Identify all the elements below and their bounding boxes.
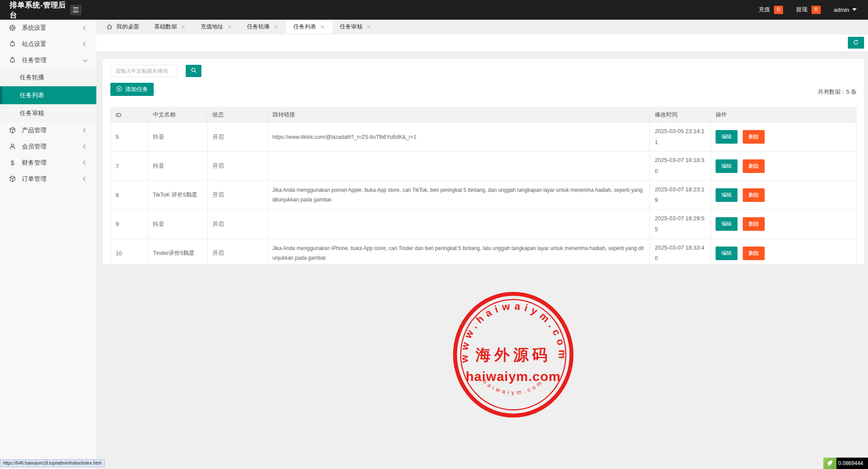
status-link-preview: https://646.haiwaiym18.top/admin/Index/i… bbox=[0, 459, 105, 467]
tab-task-review[interactable]: 任务审核 ✕ bbox=[332, 20, 379, 34]
search-icon bbox=[191, 67, 197, 75]
task-list-panel: 添加任务 共有数据：5 条 ID 中文名称 状态 跳转链接 修改时间 操作 5 … bbox=[103, 59, 864, 264]
close-icon[interactable]: ✕ bbox=[274, 24, 279, 30]
close-icon[interactable]: ✕ bbox=[227, 24, 232, 30]
cell-status: 开启 bbox=[208, 239, 268, 268]
close-icon[interactable]: ✕ bbox=[181, 24, 186, 30]
sidebar-item-label: 会员管理 bbox=[22, 143, 84, 151]
sidebar-item-system-settings[interactable]: 系统设置 bbox=[0, 20, 96, 36]
search-input[interactable] bbox=[110, 65, 178, 77]
sidebar-item-label: 站点设置 bbox=[22, 40, 84, 48]
sidebar-item-order-management[interactable]: 订单管理 bbox=[0, 171, 96, 187]
leaf-icon[interactable] bbox=[823, 458, 836, 469]
recharge-shortcut[interactable]: 充值 0 bbox=[759, 6, 783, 14]
page-toolstrip bbox=[96, 34, 868, 51]
refresh-button[interactable] bbox=[848, 37, 864, 49]
task-table: ID 中文名称 状态 跳转链接 修改时间 操作 5 抖音 开启 https://… bbox=[110, 107, 857, 268]
refresh-icon bbox=[853, 39, 859, 47]
top-header: 排单系统-管理后台 充值 0 提现 0 admin bbox=[0, 0, 868, 20]
cell-time: 2025-03-07 18:23:19 bbox=[650, 180, 711, 209]
sidebar-item-task-management[interactable]: 任务管理 bbox=[0, 52, 96, 68]
delete-button[interactable]: 删除 bbox=[743, 130, 765, 144]
add-task-button[interactable]: 添加任务 bbox=[110, 83, 154, 96]
chevron-left-icon bbox=[83, 145, 88, 149]
home-icon bbox=[106, 24, 113, 30]
cell-name: Tinder评价5颗星 bbox=[148, 239, 208, 268]
chevron-down-icon bbox=[83, 57, 88, 62]
sidebar-item-task-carousel[interactable]: 任务轮播 bbox=[0, 68, 96, 86]
sidebar-item-member-management[interactable]: 会员管理 bbox=[0, 138, 96, 155]
svg-text:www.haiwaiym.com: www.haiwaiym.com bbox=[459, 300, 568, 363]
tab-label: 充值地址 bbox=[201, 23, 223, 31]
search-button[interactable] bbox=[186, 65, 201, 77]
cell-link bbox=[268, 210, 650, 239]
watermark-arc-top: www.haiwaiym.com bbox=[459, 300, 568, 363]
delete-button[interactable]: 删除 bbox=[743, 247, 765, 260]
watermark-arc-bottom: haiwaiym.com bbox=[482, 378, 545, 396]
tab-label: 任务列表 bbox=[293, 23, 316, 31]
add-task-label: 添加任务 bbox=[125, 85, 148, 93]
bell-icon bbox=[9, 56, 16, 64]
close-icon[interactable]: ✕ bbox=[320, 24, 325, 30]
plus-circle-icon bbox=[116, 86, 122, 93]
sidebar-item-label: 订单管理 bbox=[22, 175, 84, 183]
tab-basic-data[interactable]: 基础数据 ✕ bbox=[147, 20, 193, 34]
watermark-center-en: haiwaiym.com bbox=[466, 369, 561, 384]
user-icon bbox=[9, 143, 16, 150]
cell-link: Jika Anda menggunakan ponsel Apple, buka… bbox=[268, 180, 650, 209]
table-row: 9 抖音 开启 2025-03-07 18:29:55 编辑 删除 bbox=[111, 210, 857, 239]
svg-text:haiwaiym.com: haiwaiym.com bbox=[482, 378, 545, 396]
cell-time: 2025-03-07 18:33:40 bbox=[650, 239, 711, 268]
close-icon[interactable]: ✕ bbox=[367, 24, 371, 30]
user-menu[interactable]: admin bbox=[834, 7, 857, 13]
table-row: 10 Tinder评价5颗星 开启 Jika Anda menggunakan … bbox=[111, 239, 857, 268]
cell-name: TikToK 评价5颗星 bbox=[148, 180, 208, 209]
tab-task-carousel[interactable]: 任务轮播 ✕ bbox=[240, 20, 286, 34]
status-metric: 0.0869444 bbox=[823, 458, 868, 469]
cell-id: 9 bbox=[111, 210, 148, 239]
cell-time: 2025-03-07 18:29:55 bbox=[650, 210, 711, 239]
sidebar-item-site-settings[interactable]: 站点设置 bbox=[0, 36, 96, 52]
hamburger-menu-icon[interactable] bbox=[70, 5, 81, 15]
cell-status: 开启 bbox=[208, 152, 268, 180]
app-title: 排单系统-管理后台 bbox=[0, 0, 70, 20]
tab-label: 基础数据 bbox=[154, 23, 177, 31]
chevron-left-icon bbox=[83, 128, 88, 133]
chevron-left-icon bbox=[83, 177, 88, 181]
delete-button[interactable]: 删除 bbox=[743, 188, 765, 202]
recharge-label: 充值 bbox=[759, 6, 770, 14]
sidebar-item-task-review[interactable]: 任务审核 bbox=[0, 104, 96, 122]
delete-button[interactable]: 删除 bbox=[743, 217, 765, 231]
delete-button[interactable]: 删除 bbox=[743, 159, 765, 173]
tab-recharge-address[interactable]: 充值地址 ✕ bbox=[193, 20, 240, 34]
tab-my-desktop[interactable]: 我的桌面 bbox=[99, 20, 147, 34]
watermark-center-cn: 海外源码 bbox=[475, 346, 551, 363]
cell-time: 2025-03-07 18:18:30 bbox=[650, 152, 711, 180]
edit-button[interactable]: 编辑 bbox=[716, 130, 737, 144]
cell-id: 10 bbox=[111, 239, 148, 268]
col-link: 跳转链接 bbox=[268, 107, 650, 123]
col-actions: 操作 bbox=[711, 107, 857, 123]
sidebar-item-finance-management[interactable]: $ 财务管理 bbox=[0, 155, 96, 171]
edit-button[interactable]: 编辑 bbox=[716, 188, 737, 202]
chevron-left-icon bbox=[83, 26, 88, 30]
col-time: 修改时间 bbox=[650, 107, 711, 123]
table-row: 5 抖音 开启 https://www.tiktok.com/@lazadath… bbox=[111, 123, 857, 152]
tab-task-list[interactable]: 任务列表 ✕ bbox=[286, 20, 332, 34]
withdraw-shortcut[interactable]: 提现 0 bbox=[796, 6, 821, 14]
sidebar-item-label: 财务管理 bbox=[22, 159, 84, 167]
sidebar-item-label: 产品管理 bbox=[22, 127, 84, 134]
sidebar-item-label: 系统设置 bbox=[22, 24, 84, 32]
sidebar-item-label: 任务管理 bbox=[22, 56, 84, 64]
chevron-down-icon bbox=[852, 8, 857, 11]
edit-button[interactable]: 编辑 bbox=[716, 159, 737, 173]
edit-button[interactable]: 编辑 bbox=[716, 217, 737, 231]
metric-value: 0.0869444 bbox=[836, 458, 868, 469]
dollar-icon: $ bbox=[9, 159, 16, 166]
edit-button[interactable]: 编辑 bbox=[716, 247, 737, 260]
data-count-summary: 共有数据：5 条 bbox=[818, 88, 857, 96]
sidebar-item-product-management[interactable]: 产品管理 bbox=[0, 122, 96, 138]
sidebar-item-task-list[interactable]: 任务列表 bbox=[0, 86, 96, 104]
task-submenu: 任务轮播 任务列表 任务审核 bbox=[0, 68, 96, 122]
sidebar: 系统设置 站点设置 任务管理 任务轮播 任务列表 任务审核 产品管理 bbox=[0, 20, 96, 469]
